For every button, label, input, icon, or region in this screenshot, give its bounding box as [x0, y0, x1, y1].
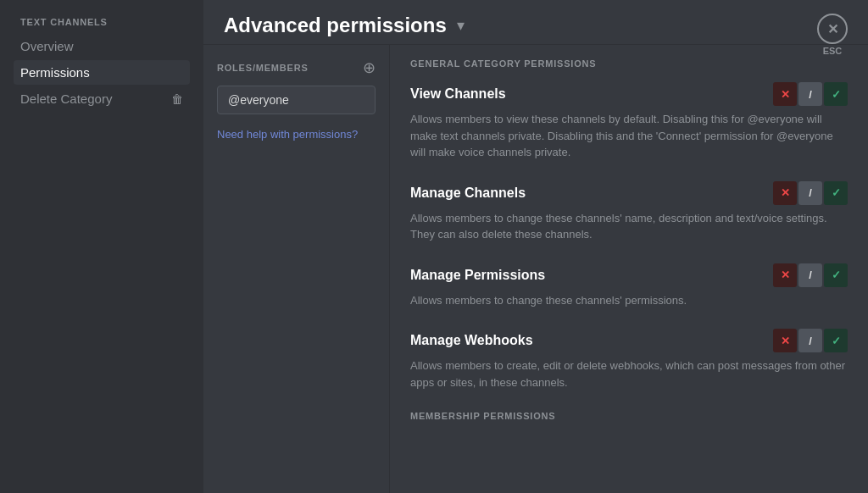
deny-button-manage-channels[interactable]: ✕: [773, 181, 797, 205]
esc-label: ESC: [823, 46, 843, 56]
trash-icon: 🗑: [171, 92, 183, 106]
deny-button-manage-webhooks[interactable]: ✕: [773, 329, 797, 352]
sidebar-item-delete-category[interactable]: Delete Category 🗑: [14, 86, 190, 111]
header: Advanced permissions ▾: [203, 0, 868, 45]
neutral-button-manage-permissions[interactable]: /: [798, 263, 822, 287]
main-panel: Advanced permissions ▾ ✕ ESC ROLES/MEMBE…: [203, 0, 868, 493]
role-everyone[interactable]: @everyone: [217, 86, 376, 114]
allow-button-manage-permissions[interactable]: ✓: [824, 263, 848, 287]
content-area: ROLES/MEMBERS ⊕ @everyone Need help with…: [203, 45, 868, 493]
allow-button-view-channels[interactable]: ✓: [824, 82, 848, 106]
sidebar-section-label: TEXT CHANNELS: [14, 17, 203, 27]
permission-header-manage-webhooks: Manage Webhooks ✕ / ✓: [410, 329, 848, 352]
deny-button-view-channels[interactable]: ✕: [773, 82, 797, 106]
left-panel: ROLES/MEMBERS ⊕ @everyone Need help with…: [203, 45, 390, 493]
right-panel: GENERAL CATEGORY PERMISSIONS View Channe…: [390, 45, 868, 493]
page-title: Advanced permissions: [224, 14, 447, 37]
permission-desc-manage-channels: Allows members to change these channels'…: [410, 210, 848, 243]
esc-button[interactable]: ✕ ESC: [817, 14, 848, 56]
chevron-down-icon[interactable]: ▾: [457, 16, 465, 35]
allow-button-manage-channels[interactable]: ✓: [824, 181, 848, 205]
permission-controls-view-channels: ✕ / ✓: [773, 82, 848, 106]
sidebar-item-permissions-label: Permissions: [20, 65, 90, 80]
permission-controls-manage-channels: ✕ / ✓: [773, 181, 848, 205]
deny-button-manage-permissions[interactable]: ✕: [773, 263, 797, 287]
permissions-list: View Channels ✕ / ✓ Allows members to vi…: [410, 82, 848, 391]
sidebar-item-overview-label: Overview: [20, 39, 74, 53]
permission-desc-view-channels: Allows members to view these channels by…: [410, 111, 848, 161]
add-role-icon[interactable]: ⊕: [363, 58, 376, 77]
sidebar-item-delete-label: Delete Category: [20, 91, 112, 106]
permission-header-manage-permissions: Manage Permissions ✕ / ✓: [410, 263, 848, 287]
permission-manage-webhooks: Manage Webhooks ✕ / ✓ Allows members to …: [410, 329, 848, 391]
permission-controls-manage-webhooks: ✕ / ✓: [773, 329, 848, 352]
general-category-label: GENERAL CATEGORY PERMISSIONS: [410, 58, 848, 69]
permission-manage-channels: Manage Channels ✕ / ✓ Allows members to …: [410, 181, 848, 243]
neutral-button-manage-webhooks[interactable]: /: [798, 329, 822, 352]
esc-close-icon[interactable]: ✕: [817, 14, 848, 44]
permission-desc-manage-permissions: Allows members to change these channels'…: [410, 292, 848, 309]
help-link[interactable]: Need help with permissions?: [217, 128, 376, 141]
sidebar: TEXT CHANNELS Overview Permissions Delet…: [0, 0, 203, 493]
neutral-button-view-channels[interactable]: /: [798, 82, 822, 106]
permission-name-manage-channels: Manage Channels: [410, 186, 526, 201]
roles-label-row: ROLES/MEMBERS ⊕: [217, 58, 376, 77]
membership-label: MEMBERSHIP PERMISSIONS: [410, 411, 848, 421]
permission-name-view-channels: View Channels: [410, 86, 506, 102]
permission-name-manage-webhooks: Manage Webhooks: [410, 333, 533, 348]
permission-desc-manage-webhooks: Allows members to create, edit or delete…: [410, 357, 848, 391]
permission-manage-permissions: Manage Permissions ✕ / ✓ Allows members …: [410, 263, 848, 309]
sidebar-item-permissions[interactable]: Permissions: [14, 60, 190, 85]
roles-members-label: ROLES/MEMBERS: [217, 63, 309, 73]
permission-header-manage-channels: Manage Channels ✕ / ✓: [410, 181, 848, 205]
permission-name-manage-permissions: Manage Permissions: [410, 268, 545, 283]
neutral-button-manage-channels[interactable]: /: [798, 181, 822, 205]
permission-view-channels: View Channels ✕ / ✓ Allows members to vi…: [410, 82, 848, 161]
sidebar-item-overview[interactable]: Overview: [14, 34, 190, 58]
permission-controls-manage-permissions: ✕ / ✓: [773, 263, 848, 287]
allow-button-manage-webhooks[interactable]: ✓: [824, 329, 848, 352]
permission-header-view-channels: View Channels ✕ / ✓: [410, 82, 848, 106]
